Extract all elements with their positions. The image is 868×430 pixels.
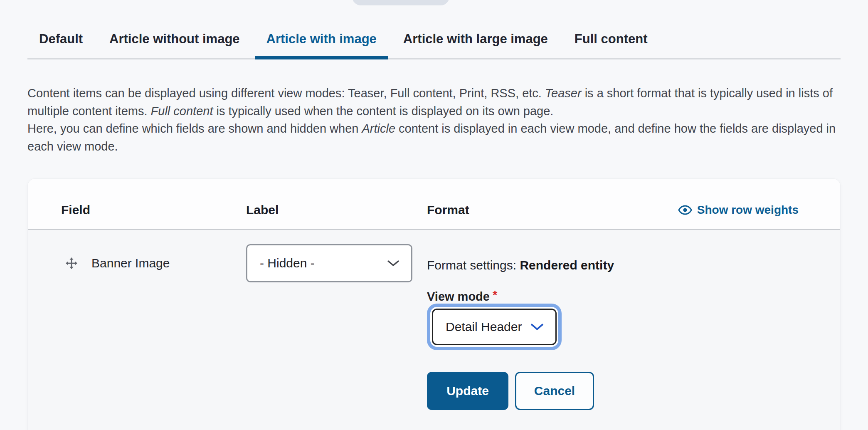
drag-handle-icon[interactable] [64,256,79,271]
format-settings-value: Rendered entity [520,258,614,272]
chevron-down-icon [530,323,544,331]
field-cell: Banner Image [64,244,246,282]
view-mode-label-text: View mode [427,290,490,303]
eye-icon [678,205,692,215]
column-header-format: Format [427,203,678,217]
view-modes-description: Content items can be displayed using dif… [27,84,841,155]
view-mode-tabs: Default Article without image Article wi… [27,0,841,59]
tab-full-content[interactable]: Full content [563,20,659,58]
manage-display-page: { "colors": { "page_background": "#f7f8f… [0,0,868,430]
tab-article-without-image[interactable]: Article without image [98,20,251,58]
intro-text: Here, you can define which fields are sh… [27,122,362,135]
show-row-weights-link[interactable]: Show row weights [678,203,799,217]
show-row-weights-label: Show row weights [697,203,799,217]
column-header-field: Field [61,203,246,217]
intro-teaser-italic: Teaser [545,86,582,100]
format-cell: Format settings: Rendered entity View mo… [427,244,799,410]
view-mode-select[interactable]: Detail Header [432,309,557,345]
view-mode-select-value: Detail Header [446,320,522,334]
intro-text: Content items can be displayed using dif… [27,86,545,100]
toolbar-tab-remnant [352,0,449,5]
column-header-label: Label [246,203,427,217]
format-settings-label: Format settings: [427,258,520,272]
row-actions: Update Cancel [427,372,799,410]
format-settings-text: Format settings: Rendered entity [427,258,799,272]
table-header-row: Field Label Format Show row weights [28,179,840,230]
banner-image-row: Banner Image - Hidden - Format settings:… [28,230,840,430]
view-mode-label: View mode* [427,290,799,304]
label-select-value: - Hidden - [260,256,315,270]
cancel-button[interactable]: Cancel [515,372,594,410]
tab-default[interactable]: Default [27,20,94,58]
required-asterisk: * [493,288,497,301]
update-button[interactable]: Update [427,372,508,410]
label-cell: - Hidden - [246,244,427,410]
tab-article-with-large-image[interactable]: Article with large image [392,20,560,58]
label-select[interactable]: - Hidden - [246,244,412,282]
intro-text: is typically used when the content is di… [213,104,554,118]
chevron-down-icon [387,259,399,267]
intro-article-italic: Article [362,122,395,135]
intro-full-content-italic: Full content [151,104,213,118]
field-name-label: Banner Image [91,256,170,270]
field-display-table: Field Label Format Show row weights [27,178,841,430]
tab-article-with-image[interactable]: Article with image [255,20,388,58]
